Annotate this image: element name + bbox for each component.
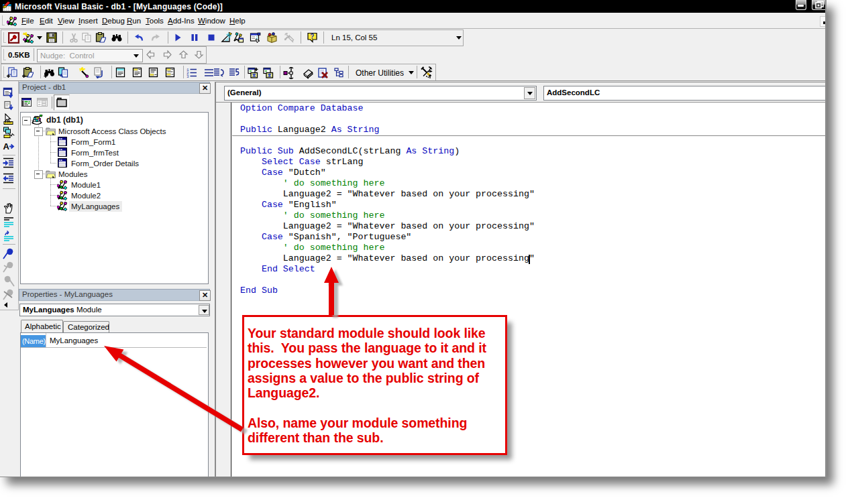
svg-text:A: A xyxy=(3,141,10,151)
svg-text:3: 3 xyxy=(187,74,189,78)
svg-text:?: ? xyxy=(310,33,314,40)
